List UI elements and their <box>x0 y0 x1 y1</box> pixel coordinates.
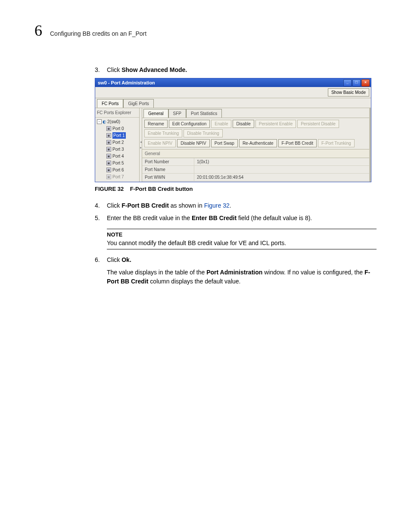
tree-port-5[interactable]: ▣Port 5 <box>106 160 138 166</box>
step-6-body-a: The value displays in the table of the <box>107 269 206 276</box>
edit-configuration-button[interactable]: Edit Configuration <box>169 120 210 128</box>
label-port-number: Port Number <box>142 158 194 165</box>
row-port-wwn: Port WWN 20:01:00:05:1e:38:49:54 <box>142 174 369 181</box>
expand-icon[interactable]: − <box>97 119 102 124</box>
general-section-header: General <box>142 149 369 158</box>
step-4-text-c: as shown in <box>169 202 204 209</box>
disable-trunking-button[interactable]: Disable Trunking <box>184 129 222 137</box>
label-port-name: Port Name <box>142 166 194 173</box>
step-5-bold: Enter BB Credit <box>192 215 237 221</box>
port-icon: ▣ <box>106 147 111 152</box>
step-4-number: 4. <box>95 201 107 210</box>
persistent-enable-button[interactable]: Persistent Enable <box>255 120 296 128</box>
tab-fc-ports[interactable]: FC Ports <box>97 99 123 108</box>
step-6-body-b: Port Administration <box>206 269 262 276</box>
f-port-trunking-button[interactable]: F-Port Trunking <box>318 139 355 147</box>
step-5-number: 5. <box>95 214 107 223</box>
step-3-number: 3. <box>95 65 107 75</box>
explorer-header: FC Ports Explorer <box>95 108 139 118</box>
tree-root-label: 2(sw0) <box>107 118 120 125</box>
tree-root[interactable]: − ◐ 2(sw0) <box>97 118 138 125</box>
tree-port-3[interactable]: ▣Port 3 <box>106 146 138 152</box>
step-6-bold: Ok. <box>121 256 131 263</box>
f-port-bb-credit-button[interactable]: F-Port BB Credit <box>278 139 317 147</box>
value-port-name <box>194 166 199 173</box>
row-port-name: Port Name <box>142 166 369 174</box>
disable-button[interactable]: Disable <box>233 120 254 128</box>
window-title: sw0 - Port Administration <box>98 79 155 87</box>
enable-trunking-button[interactable]: Enable Trunking <box>144 129 182 137</box>
tree-port-7[interactable]: ▣Port 7 <box>106 174 138 180</box>
show-basic-mode-button[interactable]: Show Basic Mode <box>328 88 369 96</box>
note-text: You cannot modify the default BB credit … <box>107 239 377 248</box>
figure-label: FIGURE 32 <box>95 186 124 192</box>
disable-npiv-button[interactable]: Disable NPIV <box>177 139 209 147</box>
port-icon: ▣ <box>106 140 111 145</box>
chapter-number: 6 <box>34 22 42 40</box>
port-swap-button[interactable]: Port Swap <box>211 139 238 147</box>
step-4: 4. Click F-Port BB Credit as shown in Fi… <box>95 201 377 210</box>
tab-sfp[interactable]: SFP <box>168 109 186 118</box>
value-port-wwn: 20:01:00:05:1e:38:49:54 <box>194 174 246 181</box>
label-port-wwn: Port WWN <box>142 174 194 181</box>
titlebar: sw0 - Port Administration _ □ × <box>95 78 371 87</box>
tab-gige-ports[interactable]: GigE Ports <box>123 99 153 108</box>
close-icon[interactable]: × <box>361 79 370 87</box>
enable-npiv-button[interactable]: Enable NPIV <box>144 139 176 147</box>
step-4-bold: F-Port BB Credit <box>121 202 169 209</box>
step-6-body: The value displays in the table of the P… <box>107 268 377 286</box>
step-5: 5. Enter the BB credit value in the Ente… <box>95 214 377 223</box>
enable-button[interactable]: Enable <box>211 120 231 128</box>
step-3-text-a: Click <box>107 66 121 73</box>
port-icon: ▣ <box>106 126 111 131</box>
figure-32-link[interactable]: Figure 32 <box>204 202 230 209</box>
figure-caption: FIGURE 32 F-Port BB Credit button <box>95 185 377 193</box>
step-4-text-e: . <box>230 202 231 209</box>
re-authenticate-button[interactable]: Re-Authenticate <box>239 139 277 147</box>
minimize-icon[interactable]: _ <box>343 79 352 87</box>
tree-port-6[interactable]: ▣Port 6 <box>106 167 138 173</box>
note-label: NOTE <box>107 230 377 239</box>
scrollbar[interactable] <box>369 108 371 182</box>
step-6-number: 6. <box>95 255 107 264</box>
step-5-text-c: field (the default value is 8). <box>237 215 312 221</box>
step-3: 3. Click Show Advanced Mode. <box>95 65 377 75</box>
tree-port-0[interactable]: ▣Port 0 <box>106 125 138 132</box>
switch-icon: ◐ <box>103 118 106 125</box>
row-port-number: Port Number 1(0x1) <box>142 158 369 166</box>
port-icon: ▣ <box>106 174 111 179</box>
tab-port-statistics[interactable]: Port Statistics <box>186 109 222 118</box>
fc-ports-explorer: FC Ports Explorer − ◐ 2(sw0) ▣Port 0 ▣Po… <box>95 108 140 182</box>
port-icon: ▣ <box>106 161 111 165</box>
figure-title: F-Port BB Credit button <box>130 186 193 192</box>
step-6-text-a: Click <box>107 256 121 263</box>
step-6-body-e: column displays the default value. <box>148 278 240 285</box>
value-port-number: 1(0x1) <box>194 158 212 165</box>
tree-port-4[interactable]: ▣Port 4 <box>106 153 138 159</box>
tree-port-2[interactable]: ▣Port 2 <box>106 139 138 146</box>
note-block: NOTE You cannot modify the default BB cr… <box>107 229 377 250</box>
chapter-title: Configuring BB credits on an F_Port <box>50 30 146 37</box>
port-icon: ▣ <box>106 154 111 159</box>
step-3-bold: Show Advanced Mode. <box>121 66 187 73</box>
step-5-text-a: Enter the BB credit value in the <box>107 215 192 221</box>
tab-general[interactable]: General <box>143 109 168 118</box>
step-6: 6. Click Ok. <box>95 255 377 264</box>
port-icon: ▣ <box>106 168 111 172</box>
tree-port-1[interactable]: ▣Port 1 <box>106 132 138 139</box>
persistent-disable-button[interactable]: Persistent Disable <box>297 120 339 128</box>
maximize-icon[interactable]: □ <box>352 79 361 87</box>
step-4-text-a: Click <box>107 202 121 209</box>
port-icon: ▣ <box>106 133 111 138</box>
rename-button[interactable]: Rename <box>144 120 168 128</box>
port-admin-window: sw0 - Port Administration _ □ × Show Bas… <box>95 78 371 182</box>
step-6-body-c: window. If no value is configured, the <box>262 269 364 276</box>
